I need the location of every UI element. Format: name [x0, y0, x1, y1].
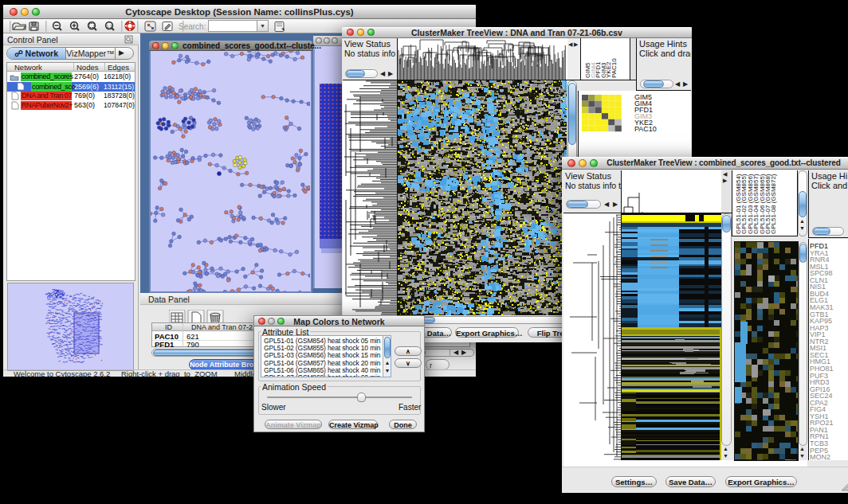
svg-text:1:1: 1:1	[106, 24, 112, 29]
